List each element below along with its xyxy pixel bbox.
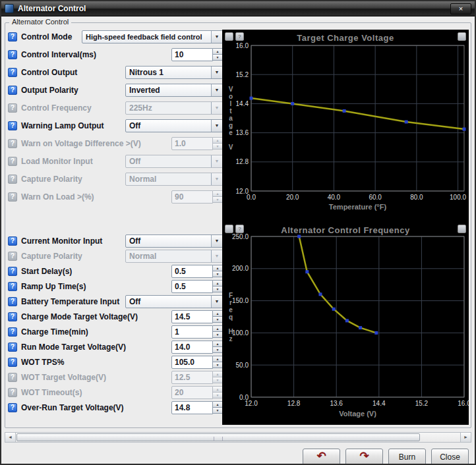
help-icon[interactable]: ?: [8, 342, 17, 352]
warn-on-load-spinner[interactable]: 90▲▼: [171, 190, 223, 204]
control-interval-ms-spinner[interactable]: 10▲▼: [171, 48, 223, 61]
spinner-value[interactable]: 90: [171, 190, 213, 204]
spinner-value[interactable]: 14.8: [171, 401, 213, 414]
spinner-down-icon[interactable]: ▼: [213, 143, 223, 150]
spinner-down-icon[interactable]: ▼: [213, 407, 223, 414]
burn-button[interactable]: Burn: [388, 449, 426, 465]
wot-tps-spinner[interactable]: 105.0▲▼: [171, 356, 223, 369]
wot-target-voltage-v-spinner[interactable]: 12.5▲▼: [171, 371, 223, 384]
target-charge-voltage-chart[interactable]: ? Target Charge Voltage 12.012.813.614.4…: [222, 30, 469, 222]
help-icon[interactable]: ?: [8, 282, 17, 291]
control-frequency-select[interactable]: 225Hz▼: [125, 101, 223, 115]
help-icon[interactable]: ?: [8, 297, 17, 306]
spinner-down-icon[interactable]: ▼: [213, 286, 223, 292]
chevron-down-icon[interactable]: ▼: [211, 173, 222, 185]
chevron-down-icon[interactable]: ▼: [211, 296, 222, 308]
help-icon[interactable]: ?: [8, 121, 17, 130]
svg-text:q: q: [229, 314, 233, 321]
help-icon[interactable]: ?: [8, 86, 17, 95]
field-label-charge-time-min: Charge Time(min): [21, 327, 88, 337]
chevron-down-icon[interactable]: ▼: [211, 155, 222, 167]
help-icon[interactable]: ?: [8, 252, 17, 261]
help-icon[interactable]: ?: [8, 103, 17, 113]
ramp-up-time-s-spinner[interactable]: 0.5▲▼: [171, 280, 223, 293]
spinner-value[interactable]: 1: [171, 325, 213, 339]
chevron-down-icon[interactable]: ▼: [211, 102, 222, 114]
battery-temperature-input-select[interactable]: Off▼: [125, 295, 223, 308]
help-icon[interactable]: ?: [8, 403, 17, 412]
spinner-value[interactable]: 14.0: [171, 341, 213, 354]
chevron-down-icon[interactable]: ▼: [211, 67, 222, 78]
help-icon[interactable]: ?: [8, 236, 17, 246]
spinner-value[interactable]: 0.5: [171, 265, 213, 278]
help-icon[interactable]: ?: [8, 388, 17, 397]
help-icon[interactable]: ?: [8, 312, 17, 321]
help-icon[interactable]: ?: [8, 32, 17, 41]
field-label-capture-polarity: Capture Polarity: [21, 252, 82, 261]
form-row-control-interval-ms: ?Control Interval(ms)10▲▼: [8, 47, 225, 61]
current-monitor-input-select[interactable]: Off▼: [125, 234, 223, 248]
help-icon[interactable]: ?: [8, 373, 17, 382]
spinner-value[interactable]: 1.0: [171, 137, 213, 150]
scroll-left-icon[interactable]: ◄: [5, 433, 16, 442]
redo-button[interactable]: ↷: [345, 449, 383, 465]
charge-mode-target-voltage-v-spinner[interactable]: 14.5▲▼: [171, 310, 223, 323]
form-row-warning-lamp-output: ?Warning Lamp OutputOff▼: [8, 119, 225, 132]
spinner-down-icon[interactable]: ▼: [213, 271, 223, 277]
spinner-value[interactable]: 0.5: [171, 280, 213, 293]
spinner-down-icon[interactable]: ▼: [213, 362, 223, 368]
capture-polarity-select[interactable]: Normal▼: [125, 173, 223, 186]
spinner-value[interactable]: 20: [171, 386, 213, 399]
svg-text:Voltage (V): Voltage (V): [339, 410, 376, 418]
control-mode-select[interactable]: High-speed feedback field control▼: [82, 30, 223, 43]
chevron-down-icon[interactable]: ▼: [211, 250, 222, 262]
chevron-down-icon[interactable]: ▼: [211, 120, 222, 132]
help-icon[interactable]: ?: [8, 358, 17, 367]
chart-plot-area[interactable]: 12.012.813.614.415.216.00.020.040.060.08…: [222, 30, 469, 222]
undo-button[interactable]: ↶: [303, 449, 340, 465]
control-output-select[interactable]: Nitrous 1▼: [125, 66, 223, 79]
spinner-down-icon[interactable]: ▼: [213, 54, 223, 61]
help-icon[interactable]: ?: [8, 267, 17, 276]
warning-lamp-output-select[interactable]: Off▼: [125, 119, 223, 132]
horizontal-scrollbar[interactable]: ◄ ►: [5, 432, 471, 443]
form-row-start-delay-s: ?Start Delay(s)0.5▲▼: [8, 264, 225, 278]
spinner-down-icon[interactable]: ▼: [213, 196, 223, 203]
help-icon[interactable]: ?: [8, 68, 17, 77]
run-mode-target-voltage-v-spinner[interactable]: 14.0▲▼: [171, 341, 223, 354]
load-monitor-input-select[interactable]: Off▼: [125, 155, 223, 168]
close-window-button[interactable]: ×: [450, 3, 471, 14]
chevron-down-icon[interactable]: ▼: [211, 84, 222, 96]
alternator-control-frequency-chart[interactable]: ? Alternator Control Frequency 0.050.010…: [222, 222, 469, 425]
spinner-down-icon[interactable]: ▼: [213, 316, 223, 323]
chevron-down-icon[interactable]: ▼: [211, 31, 222, 43]
charge-time-min-spinner[interactable]: 1▲▼: [171, 325, 223, 339]
start-delay-s-spinner[interactable]: 0.5▲▼: [171, 265, 223, 278]
scrollbar-thumb[interactable]: [16, 433, 420, 441]
svg-text:e: e: [229, 306, 233, 314]
scroll-right-icon[interactable]: ►: [460, 433, 471, 442]
close-button[interactable]: Close: [431, 449, 469, 465]
help-icon[interactable]: ?: [8, 157, 17, 166]
title-bar: Alternator Control ×: [1, 1, 475, 16]
wot-timeout-s-spinner[interactable]: 20▲▼: [171, 386, 223, 399]
spinner-value[interactable]: 105.0: [171, 356, 213, 369]
help-icon[interactable]: ?: [8, 139, 17, 148]
output-polarity-select[interactable]: Inverted▼: [125, 84, 223, 97]
help-icon[interactable]: ?: [8, 327, 17, 337]
spinner-value[interactable]: 12.5: [171, 371, 213, 384]
chart-plot-area[interactable]: 0.050.0100.0150.0200.0250.012.012.813.61…: [222, 222, 469, 425]
help-icon[interactable]: ?: [8, 50, 17, 59]
spinner-value[interactable]: 10: [171, 48, 213, 61]
spinner-value[interactable]: 14.5: [171, 310, 213, 323]
spinner-down-icon[interactable]: ▼: [213, 392, 223, 398]
spinner-down-icon[interactable]: ▼: [213, 346, 223, 353]
spinner-down-icon[interactable]: ▼: [213, 377, 223, 383]
capture-polarity-select[interactable]: Normal▼: [125, 250, 223, 263]
over-run-target-voltage-v-spinner[interactable]: 14.8▲▼: [171, 401, 223, 414]
chevron-down-icon[interactable]: ▼: [211, 235, 222, 247]
help-icon[interactable]: ?: [8, 175, 17, 184]
spinner-down-icon[interactable]: ▼: [213, 331, 223, 338]
help-icon[interactable]: ?: [8, 192, 17, 202]
warn-on-voltage-difference-v-spinner[interactable]: 1.0▲▼: [171, 137, 223, 150]
